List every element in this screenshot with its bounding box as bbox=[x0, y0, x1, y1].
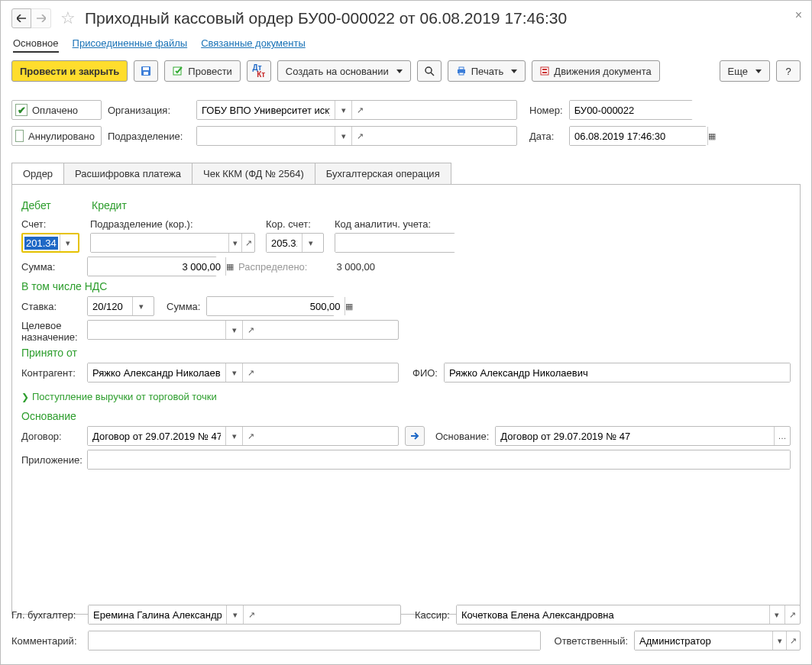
open-icon[interactable]: ↗ bbox=[241, 234, 254, 252]
counterparty-label: Контрагент: bbox=[21, 367, 81, 379]
tab-related[interactable]: Связанные документы bbox=[201, 37, 306, 53]
purpose-input[interactable] bbox=[88, 321, 225, 339]
cor-account-input[interactable] bbox=[267, 234, 302, 252]
dropdown-icon[interactable]: ▾ bbox=[226, 605, 243, 624]
vat-sum-label: Сумма: bbox=[167, 301, 200, 312]
account-label: Счет: bbox=[21, 218, 79, 230]
dropdown-icon[interactable]: ▾ bbox=[60, 234, 76, 251]
save-button[interactable] bbox=[134, 60, 158, 82]
tab-oper[interactable]: Бухгалтерская операция bbox=[315, 163, 451, 184]
number-input[interactable] bbox=[570, 101, 707, 119]
contract-input[interactable] bbox=[88, 427, 225, 445]
revenue-link[interactable]: ❯ Поступление выручки от торговой точки bbox=[21, 391, 217, 402]
print-button[interactable]: Печать bbox=[448, 60, 526, 82]
vat-sum-input[interactable] bbox=[207, 297, 345, 315]
open-icon[interactable]: ↗ bbox=[242, 363, 259, 382]
analytic-label: Код аналитич. учета: bbox=[335, 218, 455, 230]
tab-check[interactable]: Чек ККМ (ФД № 2564) bbox=[192, 163, 315, 184]
responsible-input[interactable] bbox=[635, 631, 772, 650]
cashier-input[interactable] bbox=[457, 605, 769, 624]
counterparty-input[interactable] bbox=[88, 363, 225, 382]
calendar-icon[interactable]: ▦ bbox=[707, 127, 716, 145]
fill-basis-button[interactable] bbox=[405, 426, 425, 446]
dropdown-icon[interactable]: ▾ bbox=[769, 605, 785, 624]
open-icon[interactable]: ↗ bbox=[243, 605, 260, 624]
tab-files[interactable]: Присоединенные файлы bbox=[73, 37, 188, 53]
basis-input[interactable] bbox=[496, 427, 774, 445]
credit-header: Кредит bbox=[92, 199, 127, 211]
close-icon[interactable]: × bbox=[795, 8, 802, 22]
movements-button[interactable]: Движения документа bbox=[532, 60, 659, 82]
svg-rect-7 bbox=[459, 67, 464, 69]
open-icon[interactable]: ↗ bbox=[242, 427, 259, 445]
chevron-right-icon: ❯ bbox=[21, 392, 29, 402]
sum-input[interactable] bbox=[88, 257, 225, 276]
tab-main[interactable]: Основное bbox=[13, 37, 59, 53]
svg-rect-11 bbox=[542, 72, 547, 73]
analytic-input[interactable] bbox=[335, 234, 473, 252]
distributed-value: 3 000,00 bbox=[336, 261, 375, 273]
debit-credit-button[interactable]: Дт Кт bbox=[247, 60, 271, 82]
ellipsis-icon[interactable]: … bbox=[774, 427, 790, 445]
nav-back-button[interactable] bbox=[11, 8, 31, 28]
annulled-checkbox[interactable]: Аннулировано bbox=[11, 126, 102, 146]
dropdown-icon[interactable]: ▾ bbox=[225, 363, 242, 382]
account-value[interactable]: 201.34 bbox=[24, 237, 58, 250]
dropdown-icon[interactable]: ▾ bbox=[132, 297, 149, 315]
dropdown-icon[interactable]: ▾ bbox=[228, 234, 241, 252]
check-icon: ✔ bbox=[15, 104, 27, 116]
rate-input[interactable] bbox=[88, 297, 132, 315]
search-button[interactable] bbox=[417, 60, 442, 82]
received-header: Принято от bbox=[21, 347, 791, 359]
dropdown-icon[interactable]: ▾ bbox=[335, 101, 351, 119]
revenue-link-label: Поступление выручки от торговой точки bbox=[32, 391, 217, 402]
purpose-label: Целевое назначение: bbox=[21, 320, 81, 343]
date-input[interactable] bbox=[570, 127, 707, 145]
dropdown-icon[interactable]: ▾ bbox=[225, 321, 242, 339]
check-icon bbox=[15, 130, 24, 142]
cashier-label: Кассир: bbox=[415, 609, 450, 621]
nav-forward-button[interactable] bbox=[31, 8, 51, 28]
calculator-icon[interactable]: ▦ bbox=[225, 257, 234, 276]
tab-split[interactable]: Расшифровка платежа bbox=[63, 163, 192, 184]
post-and-close-button[interactable]: Провести и закрыть bbox=[11, 60, 128, 82]
page-title: Приходный кассовый ордер БУ00-000022 от … bbox=[85, 9, 567, 27]
dropdown-icon[interactable]: ▾ bbox=[225, 427, 242, 445]
dropdown-icon[interactable]: ▾ bbox=[302, 234, 319, 252]
create-based-button[interactable]: Создать на основании bbox=[277, 60, 411, 82]
favorite-icon[interactable]: ☆ bbox=[60, 8, 76, 28]
dropdown-icon[interactable]: ▾ bbox=[772, 631, 786, 650]
number-label: Номер: bbox=[529, 105, 563, 116]
paid-checkbox[interactable]: ✔ Оплачено bbox=[11, 100, 102, 120]
org-input[interactable] bbox=[197, 101, 335, 119]
open-icon[interactable]: ↗ bbox=[785, 605, 800, 624]
svg-line-5 bbox=[431, 73, 434, 76]
comment-label: Комментарий: bbox=[11, 635, 82, 647]
dropdown-icon[interactable]: ▾ bbox=[335, 127, 351, 145]
division-input[interactable] bbox=[197, 127, 335, 145]
comment-input[interactable] bbox=[89, 631, 540, 650]
svg-rect-8 bbox=[459, 73, 464, 75]
calculator-icon[interactable]: ▦ bbox=[345, 297, 353, 315]
svg-rect-9 bbox=[541, 67, 548, 75]
create-based-label: Создать на основании bbox=[286, 66, 389, 77]
open-icon[interactable]: ↗ bbox=[786, 631, 800, 650]
attachment-input[interactable] bbox=[88, 450, 790, 469]
division-label: Подразделение: bbox=[108, 131, 190, 142]
post-button[interactable]: Провести bbox=[164, 60, 241, 82]
cor-division-input[interactable] bbox=[91, 234, 228, 252]
chief-acc-input[interactable] bbox=[89, 605, 226, 624]
open-icon[interactable]: ↗ bbox=[351, 127, 368, 145]
cor-division-label: Подразделение (кор.): bbox=[90, 218, 255, 230]
svg-rect-10 bbox=[542, 69, 547, 70]
tab-order[interactable]: Ордер bbox=[11, 163, 64, 184]
help-button[interactable]: ? bbox=[776, 60, 801, 82]
responsible-label: Ответственный: bbox=[555, 635, 628, 647]
fio-input[interactable] bbox=[445, 363, 790, 382]
open-icon[interactable]: ↗ bbox=[242, 321, 259, 339]
open-icon[interactable]: ↗ bbox=[351, 101, 368, 119]
more-button[interactable]: Еще bbox=[720, 60, 770, 82]
paid-label: Оплачено bbox=[32, 105, 78, 116]
svg-rect-2 bbox=[144, 72, 148, 75]
movements-label: Движения документа bbox=[554, 66, 651, 77]
